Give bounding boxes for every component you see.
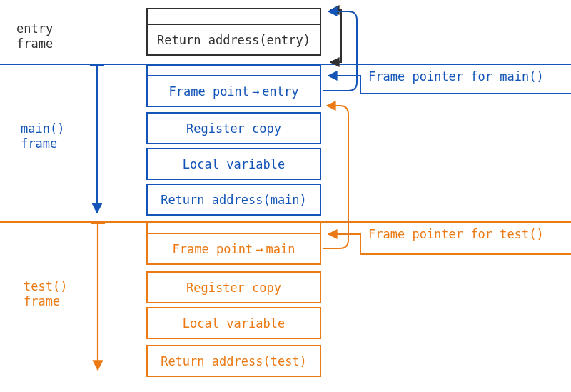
- test-retaddr-text: Return address(test): [161, 354, 307, 368]
- right-arrow-icon: →: [253, 242, 266, 256]
- entry-spacer-cell: [146, 8, 321, 24]
- fp-test-label: Frame pointer for test(): [368, 227, 544, 242]
- right-arrow-icon: →: [249, 84, 262, 99]
- test-spacer-cell: [146, 222, 321, 233]
- main-regcopy-cell: Register copy: [146, 112, 321, 144]
- test-framepoint-target: main: [266, 242, 295, 256]
- entry-frame-extent: [330, 10, 341, 62]
- test-fp-link-to-main: [323, 106, 348, 248]
- entry-frame-label: entry frame: [16, 21, 53, 52]
- test-framepoint-pre: Frame point: [173, 242, 253, 256]
- main-retaddr-cell: Return address(main): [146, 184, 321, 216]
- main-framepoint-target: entry: [262, 84, 298, 99]
- main-regcopy-text: Register copy: [186, 121, 281, 136]
- main-framepoint-cell: Frame point → entry: [146, 75, 321, 107]
- main-retaddr-text: Return address(main): [161, 193, 307, 207]
- test-regcopy-text: Register copy: [186, 281, 281, 295]
- main-spacer-cell: [146, 64, 321, 75]
- test-retaddr-cell: Return address(test): [146, 345, 321, 377]
- entry-retaddr-text: Return address(entry): [157, 33, 310, 47]
- test-frame-label: test() frame: [24, 279, 67, 310]
- main-framepoint-pre: Frame point: [168, 84, 249, 99]
- test-localvar-cell: Local variable: [146, 307, 321, 339]
- test-localvar-text: Local variable: [183, 316, 285, 331]
- main-localvar-text: Local variable: [183, 157, 285, 171]
- main-fp-link-to-entry: [323, 11, 357, 91]
- test-framepoint-cell: Frame point → main: [146, 233, 321, 265]
- main-localvar-cell: Local variable: [146, 148, 321, 180]
- test-regcopy-cell: Register copy: [146, 271, 321, 303]
- main-frame-label: main() frame: [21, 121, 64, 152]
- entry-retaddr-cell: Return address(entry): [146, 24, 321, 56]
- fp-main-label: Frame pointer for main(): [368, 69, 544, 84]
